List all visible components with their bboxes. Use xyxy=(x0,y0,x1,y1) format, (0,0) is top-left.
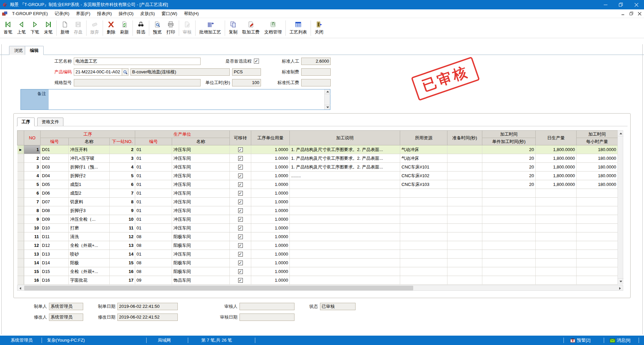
cell-prep-time[interactable] xyxy=(447,259,482,267)
cell-usage[interactable]: 1.0000 xyxy=(251,259,290,267)
cell-process-name[interactable]: 成型2 xyxy=(69,189,110,198)
table-row[interactable]: 10 D10 打磨 11 01 冲压车间 ✓ 1.0000 xyxy=(17,224,618,232)
cell-next-no[interactable]: 10 xyxy=(110,215,135,224)
menu-report[interactable]: 报表(R) xyxy=(94,10,115,17)
cell-process-name[interactable]: 清洗 xyxy=(69,232,110,241)
first-record-button[interactable]: 首笔 xyxy=(1,20,15,36)
cell-unit-proc-time[interactable] xyxy=(482,189,536,198)
std-make-fee-input[interactable] xyxy=(301,68,331,76)
grid-vertical-scrollbar[interactable] xyxy=(618,130,623,284)
cell-desc[interactable] xyxy=(290,189,400,198)
cell-hourly-output[interactable] xyxy=(577,250,618,259)
tab-process[interactable]: 工序 xyxy=(17,118,35,126)
cell-prep-time[interactable] xyxy=(447,241,482,250)
print-button[interactable]: 打印 xyxy=(164,20,177,36)
movable-checkbox[interactable]: ✓ xyxy=(238,269,243,274)
movable-checkbox[interactable]: ✓ xyxy=(238,217,243,222)
cell-movable[interactable]: ✓ xyxy=(230,259,251,267)
col-resource[interactable]: 所用资源 xyxy=(400,131,447,145)
cell-desc[interactable] xyxy=(290,232,400,241)
cell-resource[interactable]: CNC车床#102 xyxy=(400,171,447,180)
cell-usage[interactable]: 1.0000 xyxy=(251,189,290,198)
statusbar-alerts[interactable]: 预警[2] xyxy=(570,336,590,345)
cell-unit-name[interactable]: 冲压车间 xyxy=(172,250,230,259)
cell-movable[interactable]: ✓ xyxy=(230,163,251,171)
cell-unit-proc-time[interactable]: 20 xyxy=(482,145,536,154)
cell-process-name[interactable]: 成型1 xyxy=(69,180,110,189)
cell-unit-name[interactable]: 冲压车间 xyxy=(172,198,230,206)
tab-qualification-files[interactable]: 资格文件 xyxy=(37,118,63,126)
cell-movable[interactable]: ✓ xyxy=(230,206,251,215)
col-daily-output[interactable]: 日生产量 xyxy=(536,131,577,145)
cell-resource[interactable] xyxy=(400,259,447,267)
cell-daily-output[interactable] xyxy=(536,232,577,241)
cell-unit-code[interactable]: 08 xyxy=(135,259,172,267)
cell-daily-output[interactable]: 1,800.0000 xyxy=(536,171,577,180)
cell-hourly-output[interactable] xyxy=(577,241,618,250)
cell-resource[interactable]: CNC车床#101 xyxy=(400,163,447,171)
cell-process-name[interactable]: 字面批花 xyxy=(69,276,110,285)
close-form-button[interactable]: 关闭 xyxy=(312,20,326,36)
cell-daily-output[interactable] xyxy=(536,241,577,250)
cell-hourly-output[interactable] xyxy=(577,276,618,285)
cell-daily-output[interactable] xyxy=(536,267,577,276)
process-name-input[interactable]: 电池盖工艺 xyxy=(74,58,201,65)
menu-interface[interactable]: 界面(F) xyxy=(73,10,94,17)
cell-process-code[interactable]: D09 xyxy=(41,215,69,224)
cell-next-no[interactable]: 16 xyxy=(110,267,135,276)
cell-prep-time[interactable] xyxy=(447,267,482,276)
cell-daily-output[interactable] xyxy=(536,198,577,206)
cell-movable[interactable]: ✓ xyxy=(230,198,251,206)
col-unit-code[interactable]: 编号 xyxy=(135,138,172,145)
cell-movable[interactable]: ✓ xyxy=(230,180,251,189)
cell-daily-output[interactable]: 1,800.0000 xyxy=(536,180,577,189)
std-labor-input[interactable]: 2.6000 xyxy=(301,58,331,65)
cell-no[interactable]: 7 xyxy=(24,198,41,206)
copy-button[interactable]: 复制 xyxy=(226,20,240,36)
new-button[interactable]: 新增 xyxy=(58,20,71,36)
cell-no[interactable]: 10 xyxy=(24,224,41,232)
cell-unit-proc-time[interactable] xyxy=(482,241,536,250)
cell-hourly-output[interactable]: 180.0000 xyxy=(577,163,618,171)
cell-usage[interactable]: 1.0000 xyxy=(251,171,290,180)
cell-process-code[interactable]: D07 xyxy=(41,198,69,206)
cell-unit-proc-time[interactable]: 20 xyxy=(482,154,536,163)
cell-process-name[interactable]: 冲孔+压字唛 xyxy=(69,154,110,163)
preferred-flow-checkbox[interactable]: ✓ xyxy=(254,59,259,64)
restore-button[interactable] xyxy=(613,0,629,9)
product-lookup-button[interactable] xyxy=(122,68,128,76)
cell-unit-name[interactable]: 阳极车间 xyxy=(172,267,230,276)
cell-process-name[interactable]: 冲压全检（... xyxy=(69,215,110,224)
cell-daily-output[interactable] xyxy=(536,224,577,232)
col-next-no[interactable]: 下一站NO. xyxy=(110,138,135,145)
cell-process-name[interactable]: 折脚仔3 xyxy=(69,206,110,215)
menu-window[interactable]: 窗口(W) xyxy=(158,10,181,17)
cell-unit-name[interactable]: 冲压车间 xyxy=(172,189,230,198)
cell-desc[interactable]: 1. 产品结构及尺寸依工序图要求。2. 产品表面... xyxy=(290,163,400,171)
cell-prep-time[interactable] xyxy=(447,163,482,171)
cell-process-code[interactable]: D11 xyxy=(41,232,69,241)
cell-movable[interactable]: ✓ xyxy=(230,250,251,259)
cell-movable[interactable]: ✓ xyxy=(230,276,251,285)
cell-process-code[interactable]: D10 xyxy=(41,224,69,232)
col-unit-name[interactable]: 名称 xyxy=(172,138,230,145)
delete-button[interactable]: 删除 xyxy=(104,20,118,36)
cell-no[interactable]: 5 xyxy=(24,180,41,189)
cell-process-name[interactable]: 打磨 xyxy=(69,224,110,232)
preview-button[interactable]: 预览 xyxy=(151,20,164,36)
cell-resource[interactable] xyxy=(400,189,447,198)
cell-hourly-output[interactable] xyxy=(577,224,618,232)
table-row[interactable]: 15 D15 全检（外观+... 16 08 阳极车间 ✓ 1.0000 xyxy=(17,267,618,276)
cell-hourly-output[interactable] xyxy=(577,259,618,267)
cell-unit-name[interactable]: 阳极车间 xyxy=(172,259,230,267)
movable-checkbox[interactable]: ✓ xyxy=(238,191,243,196)
cell-unit-code[interactable]: 01 xyxy=(135,145,172,154)
cell-unit-proc-time[interactable] xyxy=(482,276,536,285)
cell-next-no[interactable]: 11 xyxy=(110,224,135,232)
cell-prep-time[interactable] xyxy=(447,198,482,206)
cell-process-code[interactable]: D16 xyxy=(41,276,69,285)
cell-unit-code[interactable]: 01 xyxy=(135,189,172,198)
cell-usage[interactable]: 1.0000 xyxy=(251,206,290,215)
cell-resource[interactable] xyxy=(400,241,447,250)
table-row[interactable]: 7 D07 切废料 8 01 冲压车间 ✓ 1.0000 xyxy=(17,198,618,206)
